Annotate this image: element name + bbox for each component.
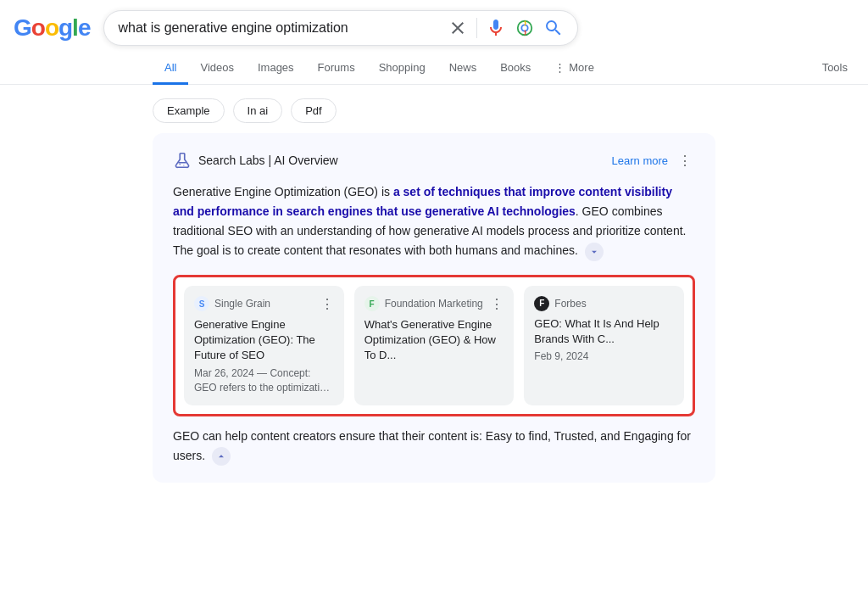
tab-forums[interactable]: Forums xyxy=(306,53,367,85)
source-logo-single-grain: S Single Grain xyxy=(194,296,270,311)
sg-logo-circle: S xyxy=(194,296,209,311)
source-card-header-1: S Single Grain ⋮ xyxy=(194,296,334,312)
source-card-header-3: F Forbes xyxy=(534,296,674,311)
ai-header-right: Learn more ⋮ xyxy=(612,150,695,170)
svg-point-3 xyxy=(183,165,184,165)
sg-card-title: Generative Engine Optimization (GEO): Th… xyxy=(194,317,334,364)
source-logo-foundation: F Foundation Marketing xyxy=(364,296,483,311)
more-dots-icon: ⋮ xyxy=(554,61,565,74)
tab-images[interactable]: Images xyxy=(246,53,306,85)
google-logo: Google xyxy=(14,14,90,42)
collapse-button[interactable] xyxy=(212,447,231,466)
ai-header-left: Search Labs | AI Overview xyxy=(173,151,338,170)
ai-overview-section: Search Labs | AI Overview Learn more ⋮ G… xyxy=(153,133,715,483)
source-card-options-2[interactable]: ⋮ xyxy=(490,296,504,312)
chip-example[interactable]: Example xyxy=(153,98,225,123)
fb-card-date: Feb 9, 2024 xyxy=(534,350,674,362)
search-bar-icons xyxy=(448,18,564,38)
tab-tools[interactable]: Tools xyxy=(810,53,868,85)
mic-button[interactable] xyxy=(486,18,506,38)
tab-news[interactable]: News xyxy=(437,53,489,85)
source-cards-row: S Single Grain ⋮ Generative Engine Optim… xyxy=(173,275,695,416)
svg-point-1 xyxy=(522,25,528,31)
tab-shopping[interactable]: Shopping xyxy=(367,53,437,85)
sg-publisher-name: Single Grain xyxy=(214,298,270,310)
source-card-forbes[interactable]: F Forbes GEO: What It Is And Help Brands… xyxy=(524,286,684,405)
learn-more-link[interactable]: Learn more xyxy=(612,154,668,167)
source-card-foundation[interactable]: F Foundation Marketing ⋮ What's Generati… xyxy=(354,286,515,405)
main-content: Search Labs | AI Overview Learn more ⋮ G… xyxy=(0,133,868,483)
fb-card-title: GEO: What It Is And Help Brands With C..… xyxy=(534,316,674,347)
svg-point-2 xyxy=(179,164,181,165)
search-bar: what is generative engine optimization xyxy=(103,10,578,46)
fm-logo-circle: F xyxy=(364,296,380,311)
bottom-text-content: GEO can help content creators ensure tha… xyxy=(173,429,691,462)
search-input[interactable]: what is generative engine optimization xyxy=(118,20,441,36)
clear-button[interactable] xyxy=(448,18,468,38)
flask-icon xyxy=(173,151,192,170)
ai-overview-options-button[interactable]: ⋮ xyxy=(675,150,695,170)
tab-videos[interactable]: Videos xyxy=(188,53,246,85)
fm-publisher-name: Foundation Marketing xyxy=(385,298,483,310)
expand-button[interactable] xyxy=(585,243,604,261)
ai-overview-header: Search Labs | AI Overview Learn more ⋮ xyxy=(173,150,695,170)
fb-publisher-name: Forbes xyxy=(554,298,586,310)
ai-bottom-text: GEO can help content creators ensure tha… xyxy=(173,427,695,466)
tab-books[interactable]: Books xyxy=(488,53,542,85)
source-card-options-1[interactable]: ⋮ xyxy=(320,296,334,312)
nav-tabs: All Videos Images Forums Shopping News B… xyxy=(0,46,868,85)
divider xyxy=(476,18,477,38)
chips-row: Example In ai Pdf xyxy=(0,85,868,133)
source-card-single-grain[interactable]: S Single Grain ⋮ Generative Engine Optim… xyxy=(184,286,344,405)
tab-more[interactable]: ⋮ More xyxy=(542,53,606,85)
sg-card-snippet: Mar 26, 2024 — Concept: GEO refers to th… xyxy=(194,366,334,395)
lens-button[interactable] xyxy=(515,18,535,38)
tab-all[interactable]: All xyxy=(153,53,188,85)
chip-in-ai[interactable]: In ai xyxy=(233,98,283,123)
fb-logo-circle: F xyxy=(534,296,549,311)
source-logo-forbes: F Forbes xyxy=(534,296,586,311)
header: Google what is generative engine optimiz… xyxy=(0,0,868,46)
tab-more-label: More xyxy=(569,61,594,74)
fm-card-title: What's Generative Engine Optimization (G… xyxy=(364,317,504,364)
source-card-header-2: F Foundation Marketing ⋮ xyxy=(364,296,504,312)
ai-overview-text: Generative Engine Optimization (GEO) is … xyxy=(173,182,695,261)
svg-point-0 xyxy=(518,21,532,36)
ai-text-normal-1: Generative Engine Optimization (GEO) is xyxy=(173,185,393,198)
ai-overview-title: Search Labs | AI Overview xyxy=(198,154,338,167)
search-button[interactable] xyxy=(543,18,564,38)
chip-pdf[interactable]: Pdf xyxy=(291,98,337,123)
